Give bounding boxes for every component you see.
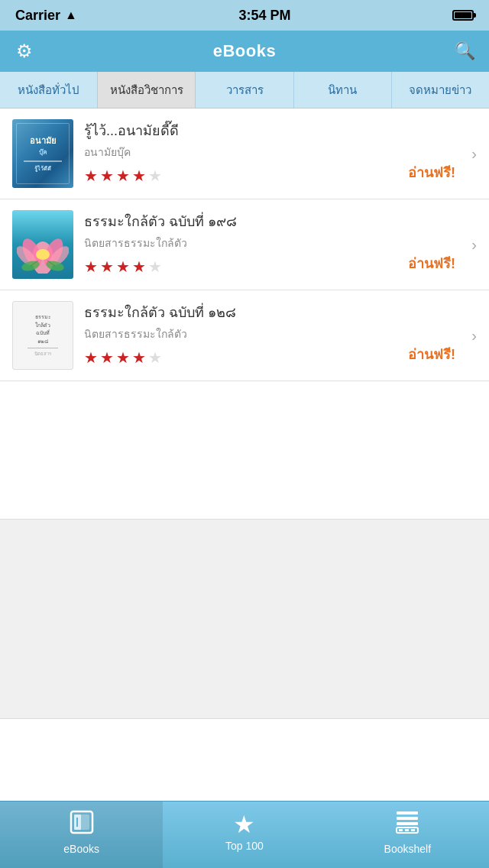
book-author-2: นิตยสารธรรมะใกล้ตัว: [84, 235, 477, 251]
svg-rect-14: [397, 811, 418, 815]
ebooks-icon: [68, 808, 96, 840]
book-cover-1: อนามัย บุ๊ค รู้ไว้ดีดี: [12, 119, 73, 188]
cover-text-3: ธรรมะใกล้ตัวฉบับที่๑๒๘ นิตยสาร: [24, 310, 61, 360]
top100-icon: ★: [233, 812, 255, 837]
free-label-2: อ่านฟรี!: [408, 252, 455, 274]
tab-news[interactable]: จดหมายข่าว: [392, 72, 489, 108]
tab-bar-top100-label: Top 100: [225, 840, 264, 852]
star-4: ★: [132, 167, 146, 185]
star-1: ★: [84, 167, 98, 185]
tab-bar-bookshelf-label: Bookshelf: [384, 843, 431, 855]
book-cover-3: ธรรมะใกล้ตัวฉบับที่๑๒๘ นิตยสาร: [12, 301, 73, 370]
section-divider-2: [0, 718, 489, 719]
free-label-1: อ่านฟรี!: [408, 161, 455, 183]
star-5: ★: [148, 257, 162, 276]
cover-text-1: อนามัย บุ๊ค รู้ไว้ดีดี: [21, 132, 65, 175]
book-title-3: ธรรมะใกล้ตัว ฉบับที่ ๑๒๘: [84, 304, 477, 322]
book-list: อนามัย บุ๊ค รู้ไว้ดีดี รู้ไว้...อนามัยดี…: [0, 108, 489, 381]
wifi-icon: ▲: [65, 8, 77, 22]
tab-bar-ebooks[interactable]: eBooks: [0, 802, 163, 868]
chevron-icon-3: ›: [471, 327, 477, 345]
table-row[interactable]: ธรรมะใกล้ตัว ฉบับที่ ๑๙๘ นิตยสารธรรมะใกล…: [0, 199, 489, 290]
status-bar: Carrier ▲ 3:54 PM: [0, 0, 489, 31]
carrier-text: Carrier: [15, 8, 60, 24]
tab-bar-top100[interactable]: ★ Top 100: [163, 802, 325, 868]
carrier-info: Carrier ▲: [15, 8, 77, 24]
star-2: ★: [100, 257, 114, 276]
free-label-3: อ่านฟรี!: [408, 343, 455, 365]
star-2: ★: [100, 348, 114, 367]
book-cover-2: [12, 210, 73, 279]
header: ⚙ eBooks 🔍: [0, 31, 489, 72]
tab-all[interactable]: หนังสือทั่วไป: [0, 72, 98, 108]
gear-icon: ⚙: [16, 40, 33, 62]
svg-point-5: [36, 249, 50, 260]
search-icon: 🔍: [455, 41, 475, 61]
settings-button[interactable]: ⚙: [12, 39, 37, 63]
book-author-1: อนามัยบุ๊ค: [84, 144, 477, 160]
star-1: ★: [84, 348, 98, 367]
empty-content-area: [0, 381, 489, 519]
tab-bar-ebooks-label: eBooks: [63, 843, 99, 855]
star-5: ★: [148, 167, 162, 185]
star-5: ★: [148, 348, 162, 367]
tab-bar-bookshelf[interactable]: Bookshelf: [326, 802, 489, 868]
table-row[interactable]: อนามัย บุ๊ค รู้ไว้ดีดี รู้ไว้...อนามัยดี…: [0, 108, 489, 199]
table-row[interactable]: ธรรมะใกล้ตัวฉบับที่๑๒๘ นิตยสาร ธรรมะใกล้…: [0, 290, 489, 381]
svg-rect-18: [399, 829, 403, 831]
time-display: 3:54 PM: [238, 8, 290, 24]
search-button[interactable]: 🔍: [452, 39, 477, 63]
star-4: ★: [132, 257, 146, 276]
book-title-2: ธรรมะใกล้ตัว ฉบับที่ ๑๙๘: [84, 213, 477, 231]
star-3: ★: [116, 257, 130, 276]
tab-magazine[interactable]: วารสาร: [196, 72, 293, 108]
svg-rect-15: [397, 817, 418, 820]
svg-rect-19: [405, 829, 409, 831]
category-tabs: หนังสือทั่วไป หนังสือวิชาการ วารสาร นิทา…: [0, 72, 489, 108]
tab-academic[interactable]: หนังสือวิชาการ: [98, 72, 196, 108]
star-3: ★: [116, 167, 130, 185]
book-author-3: นิตยสารธรรมะใกล้ตัว: [84, 326, 477, 342]
star-2: ★: [100, 167, 114, 185]
tab-tale[interactable]: นิทาน: [294, 72, 392, 108]
svg-rect-20: [411, 829, 415, 831]
empty-section: [0, 520, 489, 718]
lotus-flower-icon: [17, 216, 69, 274]
star-3: ★: [116, 348, 130, 367]
star-4: ★: [132, 348, 146, 367]
app-title: eBooks: [213, 41, 276, 61]
chevron-icon-1: ›: [471, 145, 477, 163]
battery-icon: [452, 10, 474, 21]
status-right-icons: [452, 10, 474, 21]
chevron-icon-2: ›: [471, 236, 477, 254]
star-1: ★: [84, 257, 98, 276]
book-title-1: รู้ไว้...อนามัยดี๊ดี: [84, 122, 477, 140]
tab-bar: eBooks ★ Top 100 Bookshelf: [0, 801, 489, 868]
svg-rect-16: [397, 822, 418, 825]
bookshelf-icon: [393, 808, 421, 840]
